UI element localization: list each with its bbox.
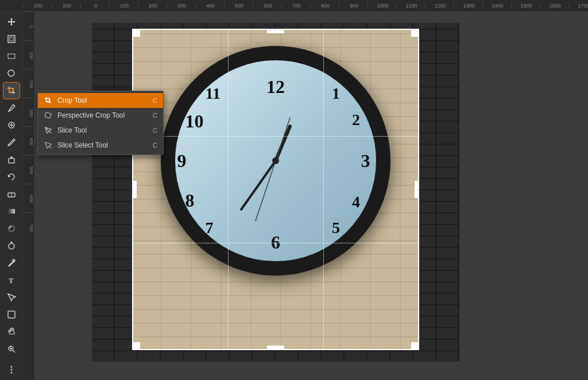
clock-container: 12 1 2 3 4 5 6 7 8 9 10 [161,46,390,276]
menu-item-crop-tool[interactable]: Crop Tool C [38,93,163,108]
ruler-mark: 300 [167,3,195,9]
left-toolbar: T [0,11,23,380]
slice-tool-icon [44,126,53,135]
svg-rect-0 [8,36,15,42]
v-ruler-mark: 400 [24,126,34,155]
ruler-mark: 900 [339,3,368,9]
svg-rect-1 [10,37,13,41]
shape-tool-button[interactable] [3,307,20,323]
ruler-mark: 200 [138,3,167,9]
svg-rect-2 [8,54,15,59]
ruler-mark: 100 [52,3,80,9]
clock-outer-ring: 12 1 2 3 4 5 6 7 8 9 10 [161,46,390,276]
slice-select-icon [44,141,53,150]
ruler-mark: 1200 [425,3,454,9]
clock-face: 12 1 2 3 4 5 6 7 8 9 10 [175,60,376,261]
dodge-tool-button[interactable] [3,238,20,254]
svg-rect-9 [8,209,15,214]
crop-tool-button[interactable] [3,83,20,99]
v-ruler-mark: 500 [24,155,34,184]
marquee-tool-button[interactable] [3,48,20,64]
clock-background: 12 1 2 3 4 5 6 7 8 9 10 [92,23,459,362]
ruler-mark: 0 [80,3,109,9]
history-brush-button[interactable] [3,169,20,185]
ruler-mark: 1100 [396,3,425,9]
ruler-mark: 1700 [568,3,588,9]
svg-rect-6 [9,158,14,163]
canvas-area[interactable]: 12 1 2 3 4 5 6 7 8 9 10 [34,11,588,380]
v-ruler-mark: 300 [24,98,34,126]
crop-tool-icon [44,96,53,105]
v-ruler-mark: 100 [24,40,34,69]
ruler-mark: 400 [195,3,224,9]
svg-line-15 [13,350,15,352]
menu-item-slice-select[interactable]: Slice Select Tool C [38,138,163,153]
lasso-tool-button[interactable] [3,65,20,82]
v-ruler-mark: 200 [24,69,34,98]
menu-item-slice-tool[interactable]: Slice Tool C [38,123,163,138]
perspective-crop-icon [44,111,53,120]
svg-point-20 [10,372,12,374]
pen-tool-button[interactable] [3,255,20,271]
healing-tool-button[interactable] [3,117,20,133]
ruler-mark: 700 [281,3,310,9]
ruler-mark: 1500 [511,3,540,9]
svg-point-4 [8,110,10,112]
v-ruler-mark: 0 [24,11,34,40]
type-tool-button[interactable]: T [3,272,20,288]
eyedropper-tool-button[interactable] [3,100,20,116]
ruler-mark: 600 [253,3,281,9]
blur-tool-button[interactable] [3,220,20,236]
svg-rect-26 [47,99,49,102]
artboard-tool-button[interactable] [3,31,20,47]
clock-hands [175,60,376,261]
menu-item-perspective-crop[interactable]: Perspective Crop Tool C [38,108,163,123]
ruler-mark: 500 [224,3,253,9]
ruler-mark: 1600 [540,3,568,9]
crop-tool-label: Crop Tool [57,96,148,104]
canvas-image: 12 1 2 3 4 5 6 7 8 9 10 [92,23,459,362]
top-ruler: 200 100 0 100 200 300 400 500 600 700 80… [0,0,588,11]
more-tools-button[interactable] [3,362,20,378]
svg-rect-13 [8,311,15,318]
svg-point-18 [10,366,12,368]
move-tool-button[interactable] [3,14,20,30]
ruler-mark: 200 [23,3,52,9]
path-select-button[interactable] [3,289,20,305]
svg-line-24 [276,118,290,161]
slice-tool-label: Slice Tool [57,126,148,134]
svg-text:T: T [9,276,14,285]
svg-line-23 [256,161,276,221]
svg-point-19 [10,369,12,371]
hand-tool-button[interactable] [3,324,20,340]
v-ruler-mark: 700 [24,212,34,241]
slice-select-shortcut: C [153,142,157,149]
ruler-mark: 1400 [482,3,511,9]
ruler-mark: 100 [109,3,138,9]
ruler-mark: 1000 [368,3,396,9]
svg-rect-3 [9,88,13,92]
ruler-marks: 200 100 0 100 200 300 400 500 600 700 80… [23,3,588,9]
tool-dropdown-menu: Crop Tool C Perspective Crop Tool C [37,91,164,155]
slice-tool-shortcut: C [153,127,157,134]
left-ruler: 0 100 200 300 400 500 600 700 [23,11,34,380]
slice-select-label: Slice Select Tool [57,141,148,149]
zoom-tool-button[interactable] [3,341,20,357]
main-layout: T 0 100 200 300 4 [0,11,588,380]
svg-point-25 [272,157,279,164]
perspective-crop-label: Perspective Crop Tool [57,111,148,119]
ruler-mark: 1300 [454,3,482,9]
v-ruler-marks: 0 100 200 300 400 500 600 700 [24,11,34,241]
clone-stamp-button[interactable] [3,152,20,168]
crop-tool-shortcut: C [153,97,157,104]
v-ruler-mark: 600 [24,184,34,212]
perspective-crop-shortcut: C [153,112,157,119]
brush-tool-button[interactable] [3,134,20,150]
eraser-tool-button[interactable] [3,186,20,202]
svg-line-21 [241,161,276,210]
gradient-tool-button[interactable] [3,203,20,219]
ruler-mark: 800 [310,3,339,9]
svg-point-10 [9,243,14,249]
